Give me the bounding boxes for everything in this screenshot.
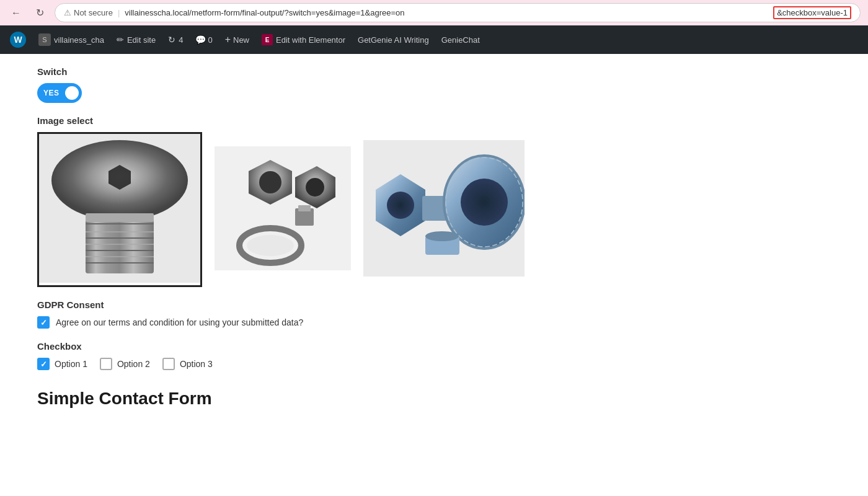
plus-icon: + [225, 34, 231, 45]
checkbox-option-2-label: Option 2 [117, 359, 150, 369]
genie-chat-label: GenieChat [441, 35, 480, 45]
updates-count: 4 [179, 35, 183, 45]
refresh-icon: ↻ [168, 35, 175, 45]
svg-point-20 [247, 235, 294, 256]
page-content: Switch YES Image select [0, 54, 868, 421]
image-select-item-2[interactable] [215, 146, 351, 273]
gdpr-label: GDPR Consent [37, 299, 831, 310]
edit-elementor-label: Edit with Elementor [276, 35, 345, 45]
switch-toggle[interactable]: YES [37, 83, 82, 103]
new-item[interactable]: + New [220, 25, 254, 54]
gdpr-checkbox-text: Agree on our terms and condition for usi… [56, 317, 303, 327]
browser-chrome: ← ↻ ⚠ Not secure | villainesscha.local/m… [0, 0, 868, 25]
not-secure-text: Not secure [74, 8, 113, 17]
toggle-yes-text: YES [43, 89, 60, 97]
wp-admin-bar: W S villainess_cha ✏ Edit site ↻ 4 💬 0 +… [0, 25, 868, 54]
checkbox-option-1-label: Option 1 [55, 359, 87, 369]
svg-point-30 [425, 231, 459, 241]
svg-rect-18 [298, 205, 311, 211]
checkbox-option-2: Option 2 [100, 358, 150, 370]
elementor-icon: E [262, 34, 273, 45]
bolt-svg [39, 134, 200, 283]
get-genie-label: GetGenie AI Writing [358, 35, 429, 45]
refresh-button[interactable]: ↻ [31, 4, 48, 22]
checkbox-section-label: Checkbox [37, 341, 831, 352]
separator: | [118, 8, 120, 17]
checkbox-row: Option 1 Option 2 Option 3 [37, 358, 831, 370]
comment-icon: 💬 [195, 35, 206, 45]
svg-point-14 [259, 171, 281, 193]
edit-site-label: Edit site [127, 35, 156, 45]
wp-logo-icon: W [10, 32, 26, 48]
gdpr-row: Agree on our terms and condition for usi… [37, 316, 831, 329]
svg-point-26 [461, 179, 508, 226]
image-select-label: Image select [37, 115, 831, 126]
address-bar[interactable]: ⚠ Not secure | villainesscha.local/metfo… [55, 3, 861, 22]
svg-point-23 [387, 192, 414, 219]
checkbox-option-2-input[interactable] [100, 358, 112, 370]
wp-logo-item[interactable]: W [5, 25, 31, 54]
image-select-section: Image select [37, 115, 831, 287]
site-name-label: villainess_cha [54, 35, 104, 45]
comments-count: 0 [208, 35, 212, 45]
edit-site-item[interactable]: ✏ Edit site [112, 25, 161, 54]
checkbox-option-3: Option 3 [162, 358, 213, 370]
comments-item[interactable]: 💬 0 [190, 25, 217, 54]
svg-rect-11 [86, 213, 154, 222]
genie-chat-item[interactable]: GenieChat [436, 25, 485, 54]
edit-elementor-item[interactable]: E Edit with Elementor [257, 25, 350, 54]
site-name-item[interactable]: S villainess_cha [33, 25, 109, 54]
url-highlight: &checkbox=value-1 [773, 6, 851, 19]
not-secure-indicator: ⚠ Not secure [64, 8, 113, 17]
get-genie-item[interactable]: GetGenie AI Writing [353, 25, 434, 54]
updates-item[interactable]: ↻ 4 [163, 25, 188, 54]
svg-point-16 [306, 178, 324, 197]
checkbox-option-3-input[interactable] [162, 358, 175, 370]
url-main: villainesscha.local/metform-form/final-o… [125, 8, 768, 17]
checkbox-option-3-label: Option 3 [180, 359, 213, 369]
warning-icon: ⚠ [64, 8, 71, 17]
toggle-knob [65, 86, 79, 100]
simple-contact-form-title: Simple Contact Form [37, 389, 831, 409]
nuts-svg [215, 146, 351, 270]
checkbox-option-1: Option 1 [37, 358, 87, 370]
back-button[interactable]: ← [7, 4, 25, 22]
switch-label: Switch [37, 66, 831, 77]
pencil-icon: ✏ [117, 35, 124, 45]
new-label: New [233, 35, 249, 45]
gdpr-checkbox[interactable] [37, 316, 50, 329]
site-icon: S [38, 33, 51, 46]
checkbox-section: Checkbox Option 1 Option 2 Option 3 [37, 341, 831, 370]
fitting-svg [363, 140, 525, 277]
image-select-grid [37, 132, 831, 287]
gdpr-section: GDPR Consent Agree on our terms and cond… [37, 299, 831, 329]
checkbox-option-1-input[interactable] [37, 358, 50, 370]
switch-section: Switch YES [37, 66, 831, 103]
image-select-item-1[interactable] [37, 132, 202, 287]
image-select-item-3[interactable] [363, 140, 525, 279]
